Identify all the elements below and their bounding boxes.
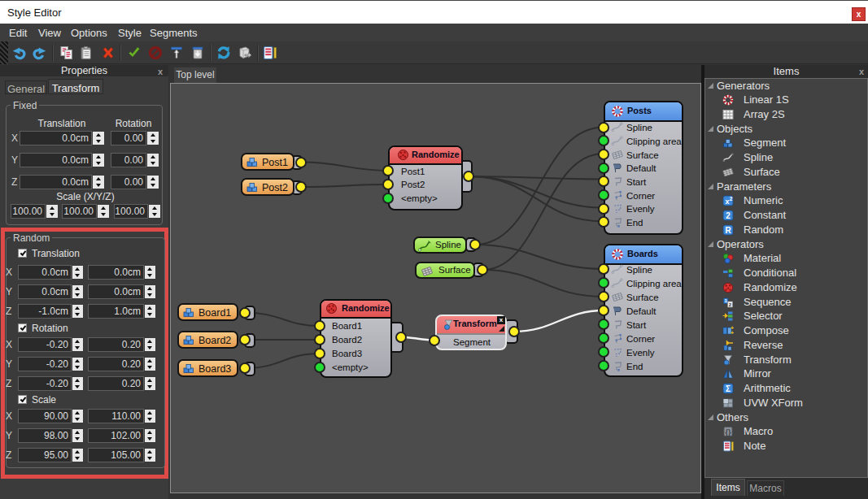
svg-text:R: R [725, 226, 731, 235]
svg-text:2: 2 [730, 196, 733, 202]
svg-text:+: + [731, 330, 734, 336]
svg-text:{}: {} [725, 428, 731, 436]
svg-text:Σ: Σ [726, 384, 731, 393]
svg-text:2: 2 [726, 211, 731, 220]
svg-text:1: 1 [725, 298, 727, 303]
